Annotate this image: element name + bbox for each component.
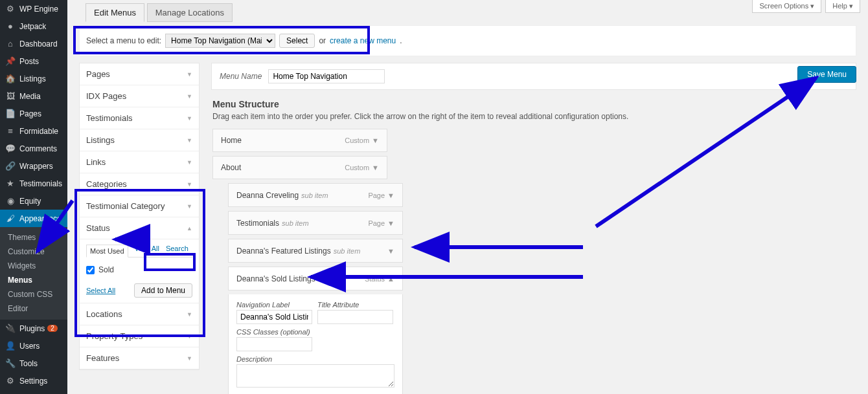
status-sold-checkbox[interactable]: [86, 266, 95, 274]
dashboard-icon: ⌂: [5, 39, 16, 49]
chevron-down-icon: ▼: [387, 247, 394, 255]
chevron-down-icon: ▼: [187, 181, 192, 188]
css-classes-input[interactable]: [236, 337, 312, 351]
menu-item-home[interactable]: Home Custom ▼: [212, 129, 387, 152]
chevron-up-icon: ▲: [187, 225, 192, 232]
add-to-menu-button[interactable]: Add to Menu: [134, 283, 192, 298]
chevron-down-icon: ▼: [187, 115, 192, 122]
sidebar-item-media[interactable]: 🖼Media: [0, 87, 67, 105]
title-attr-input[interactable]: [317, 310, 393, 324]
status-sold-label: Sold: [98, 265, 114, 274]
save-menu-button[interactable]: Save Menu: [797, 66, 856, 83]
wpengine-icon: ⚙: [5, 4, 16, 14]
sidebar-item-dashboard[interactable]: ⌂Dashboard: [0, 35, 67, 52]
sidebar-item-users[interactable]: 👤Users: [0, 337, 67, 355]
status-tab-viewall[interactable]: View All: [135, 245, 159, 254]
create-menu-link[interactable]: create a new menu: [330, 36, 396, 45]
description-input[interactable]: [236, 364, 394, 388]
menu-structure-desc: Drag each item into the order you prefer…: [212, 112, 855, 121]
acc-links[interactable]: Links▼: [80, 151, 199, 173]
plugin-badge: 2: [47, 325, 58, 332]
menu-items: Home Custom ▼ About Custom ▼ Deanna Crev…: [212, 129, 855, 394]
chevron-down-icon: ▼: [187, 203, 192, 210]
chevron-down-icon: ▼: [187, 71, 192, 78]
sidebar-item-equity[interactable]: ◉Equity: [0, 192, 67, 210]
help-btn[interactable]: Help ▾: [825, 0, 860, 13]
acc-locations[interactable]: Locations▼: [80, 303, 199, 325]
menu-item-deanna-creveling[interactable]: Deanna Crevelingsub item Page ▼: [228, 183, 403, 207]
gear-icon: ⚙: [5, 376, 16, 386]
tab-edit-menus[interactable]: Edit Menus: [86, 3, 144, 22]
status-tab-mostused[interactable]: Most Used: [86, 245, 128, 257]
acc-status-body: Most Used View All Search Sold Select Al…: [80, 239, 199, 303]
menu-item-sold-listings[interactable]: Deanna's Sold Listingssub item Status ▲: [228, 267, 403, 290]
form-icon: ≡: [5, 126, 16, 136]
menu-item-featured-listings[interactable]: Deanna's Featured Listingssub item ▼: [228, 239, 403, 263]
sidebar-item-comments[interactable]: 💬Comments: [0, 140, 67, 157]
chevron-down-icon: ▼: [187, 137, 192, 144]
submenu-editor[interactable]: Editor: [0, 301, 67, 316]
acc-status[interactable]: Status▲: [80, 217, 199, 239]
sidebar-item-listings[interactable]: 🏠Listings: [0, 70, 67, 87]
user-icon: 👤: [5, 341, 16, 351]
home-icon: 🏠: [5, 74, 16, 83]
sidebar-item-tools[interactable]: 🔧Tools: [0, 355, 67, 372]
acc-testimonials[interactable]: Testimonials▼: [80, 107, 199, 129]
page-icon: 📄: [5, 109, 16, 118]
menu-name-input[interactable]: [268, 69, 385, 83]
sidebar-item-posts[interactable]: 📌Posts: [0, 52, 67, 70]
sidebar-item-testimonials[interactable]: ★Testimonials: [0, 175, 67, 192]
select-all-link[interactable]: Select All: [86, 287, 115, 294]
chevron-down-icon: ▼: [187, 333, 192, 340]
chevron-down-icon: ▼: [187, 311, 192, 318]
menu-tabs: Edit Menus Manage Locations: [86, 3, 856, 22]
jetpack-icon: ●: [5, 21, 16, 31]
comment-icon: 💬: [5, 144, 16, 153]
link-icon: 🔗: [5, 161, 16, 171]
sidebar-item-seo[interactable]: ◐SEO: [0, 389, 67, 394]
screen-options-btn[interactable]: Screen Options ▾: [752, 0, 821, 13]
submenu-themes[interactable]: Themes: [0, 230, 67, 245]
media-icon: 🖼: [5, 91, 16, 101]
select-button[interactable]: Select: [279, 34, 315, 48]
acc-idx[interactable]: IDX Pages▼: [80, 85, 199, 107]
sidebar-item-wrappers[interactable]: 🔗Wrappers: [0, 157, 67, 175]
chevron-down-icon: ▼: [372, 137, 379, 144]
acc-listings[interactable]: Listings▼: [80, 129, 199, 151]
chevron-down-icon: ▼: [372, 164, 379, 171]
menu-edit-panel: Menu Name Save Menu Menu Structure Drag …: [211, 63, 856, 394]
menu-select-bar: Select a menu to edit: Home Top Navigati…: [79, 25, 856, 56]
menu-item-testimonials[interactable]: Testimonialssub item Page ▼: [228, 211, 403, 235]
sidebar-item-wpengine[interactable]: ⚙WP Engine: [0, 0, 67, 17]
equity-icon: ◉: [5, 196, 16, 206]
tab-manage-locations[interactable]: Manage Locations: [147, 3, 233, 22]
menu-structure-title: Menu Structure: [212, 99, 855, 109]
submenu-widgets[interactable]: Widgets: [0, 259, 67, 273]
acc-pages[interactable]: Pages▼: [80, 63, 199, 85]
sidebar-item-jetpack[interactable]: ●Jetpack: [0, 17, 67, 35]
acc-property-types[interactable]: Property Types▼: [80, 325, 199, 347]
menu-select[interactable]: Home Top Navigation (Main Menu): [165, 34, 275, 48]
sidebar-item-settings[interactable]: ⚙Settings: [0, 372, 67, 389]
sidebar-item-plugins[interactable]: 🔌Plugins2: [0, 320, 67, 337]
acc-categories[interactable]: Categories▼: [80, 173, 199, 195]
chevron-up-icon: ▲: [387, 275, 394, 283]
wrench-icon: 🔧: [5, 358, 16, 368]
select-menu-label: Select a menu to edit:: [86, 36, 161, 45]
nav-label-input[interactable]: [236, 310, 312, 324]
css-classes-label: CSS Classes (optional): [236, 328, 394, 336]
screen-options: Screen Options ▾ Help ▾: [752, 0, 860, 13]
acc-features[interactable]: Features▼: [80, 347, 199, 369]
acc-testimonial-cat[interactable]: Testimonial Category▼: [80, 195, 199, 217]
admin-sidebar: ⚙WP Engine ●Jetpack ⌂Dashboard 📌Posts 🏠L…: [0, 0, 67, 394]
menu-item-about[interactable]: About Custom ▼: [212, 156, 387, 179]
sidebar-item-formidable[interactable]: ≡Formidable: [0, 122, 67, 140]
status-tab-search[interactable]: Search: [166, 245, 188, 254]
sidebar-item-pages[interactable]: 📄Pages: [0, 105, 67, 122]
chevron-down-icon: ▼: [187, 93, 192, 100]
submenu-menus[interactable]: Menus: [0, 273, 67, 287]
submenu-customize[interactable]: Customize: [0, 245, 67, 259]
add-items-panel: Pages▼ IDX Pages▼ Testimonials▼ Listings…: [79, 63, 200, 370]
sidebar-item-appearance[interactable]: 🖌Appearance: [0, 210, 67, 227]
submenu-customcss[interactable]: Custom CSS: [0, 287, 67, 301]
